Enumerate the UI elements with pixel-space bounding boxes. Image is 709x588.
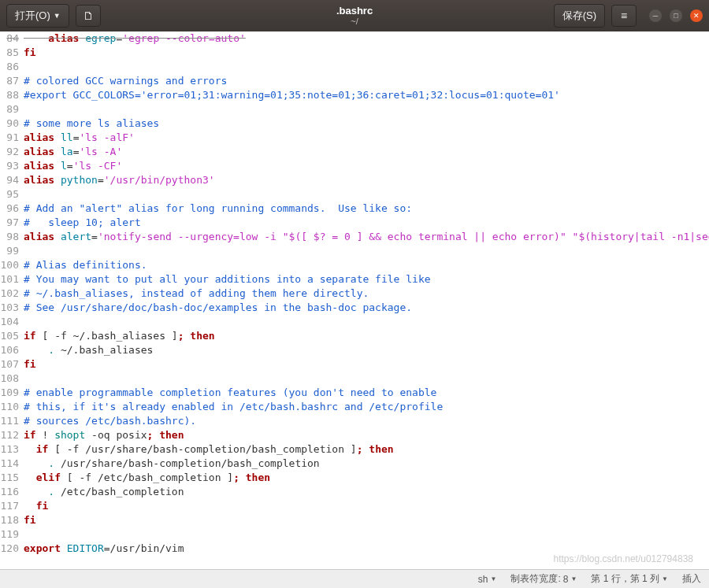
open-label: 打开(O): [15, 9, 50, 23]
maximize-button[interactable]: □: [670, 9, 682, 22]
code-content[interactable]: fi: [24, 357, 709, 372]
close-button[interactable]: ✕: [690, 9, 703, 22]
code-line[interactable]: 102# ~/.bash_aliases, instead of adding …: [0, 287, 709, 301]
code-line[interactable]: 111# sources /etc/bash.bashrc).: [0, 414, 709, 428]
code-content[interactable]: alias egrep='egrep --color=auto': [24, 31, 709, 46]
insert-mode[interactable]: 插入: [682, 572, 701, 586]
code-content[interactable]: [24, 102, 709, 116]
code-content[interactable]: alias l='ls -CF': [24, 159, 709, 173]
save-button[interactable]: 保存(S): [554, 4, 605, 28]
code-line[interactable]: 107fi: [0, 357, 709, 372]
code-line[interactable]: 120export EDITOR=/usr/bin/vim: [0, 542, 709, 556]
line-number: 93: [0, 159, 24, 173]
code-content[interactable]: [24, 315, 709, 329]
token-cm: # Alias definitions.: [24, 259, 147, 271]
code-content[interactable]: . ~/.bash_aliases: [24, 343, 709, 357]
code-content[interactable]: . /etc/bash_completion: [24, 485, 709, 499]
code-content[interactable]: # See /usr/share/doc/bash-doc/examples i…: [24, 301, 709, 315]
code-line[interactable]: 86: [0, 60, 709, 74]
code-line[interactable]: 110# this, if it's already enabled in /e…: [0, 400, 709, 414]
token-cm: #export GCC_COLORS='error=01;31:warning=…: [24, 89, 560, 101]
token-kw: alias: [24, 231, 54, 242]
code-content[interactable]: alias python='/usr/bin/python3': [24, 173, 709, 187]
code-content[interactable]: # You may want to put all your additions…: [24, 272, 709, 287]
code-content[interactable]: # colored GCC warnings and errors: [24, 74, 709, 88]
language-selector[interactable]: sh ▼: [478, 574, 497, 585]
code-line[interactable]: 116 . /etc/bash_completion: [0, 485, 709, 499]
line-number: 88: [0, 88, 24, 102]
code-content[interactable]: if [ -f ~/.bash_aliases ]; then: [24, 329, 709, 343]
token-txt: =: [98, 174, 104, 186]
code-line[interactable]: 96# Add an "alert" alias for long runnin…: [0, 202, 709, 216]
line-number: 118: [0, 513, 24, 527]
token-str: 'notify-send --urgency=low -i "$([ $? = …: [98, 231, 709, 242]
code-content[interactable]: [24, 372, 709, 386]
token-txt: [54, 146, 61, 157]
code-content[interactable]: # sources /etc/bash.bashrc).: [24, 414, 709, 428]
code-line[interactable]: 100# Alias definitions.: [0, 258, 709, 272]
code-line[interactable]: 85fi: [0, 46, 709, 60]
code-line[interactable]: 94alias python='/usr/bin/python3': [0, 173, 709, 187]
code-content[interactable]: # enable programmable completion feature…: [24, 386, 709, 400]
code-line[interactable]: 118fi: [0, 513, 709, 527]
code-line[interactable]: 88#export GCC_COLORS='error=01;31:warnin…: [0, 88, 709, 102]
code-content[interactable]: [24, 527, 709, 542]
code-line[interactable]: 112if ! shopt -oq posix; then: [0, 428, 709, 442]
tab-width-selector[interactable]: 制表符宽度: 8 ▼: [510, 572, 577, 586]
code-content[interactable]: [24, 60, 709, 74]
code-line[interactable]: 99: [0, 244, 709, 258]
code-line[interactable]: 90# some more ls aliases: [0, 116, 709, 131]
line-number: 98: [0, 230, 24, 244]
code-content[interactable]: alias ll='ls -alF': [24, 131, 709, 145]
line-number: 108: [0, 372, 24, 386]
code-line[interactable]: 117 fi: [0, 499, 709, 513]
code-line[interactable]: 98alias alert='notify-send --urgency=low…: [0, 230, 709, 244]
code-line[interactable]: 115 elif [ -f /etc/bash_completion ]; th…: [0, 471, 709, 485]
code-line[interactable]: 84 alias egrep='egrep --color=auto': [0, 31, 709, 46]
code-line[interactable]: 93alias l='ls -CF': [0, 159, 709, 173]
new-document-button[interactable]: 🗋: [76, 5, 101, 27]
cursor-position[interactable]: 第 1 行，第 1 列 ▼: [591, 572, 668, 586]
code-content[interactable]: [24, 244, 709, 258]
code-content[interactable]: if [ -f /usr/share/bash-completion/bash_…: [24, 442, 709, 457]
code-line[interactable]: 95: [0, 187, 709, 202]
code-content[interactable]: elif [ -f /etc/bash_completion ]; then: [24, 471, 709, 485]
code-line[interactable]: 113 if [ -f /usr/share/bash-completion/b…: [0, 442, 709, 457]
code-content[interactable]: export EDITOR=/usr/bin/vim: [24, 542, 709, 556]
menu-button[interactable]: ≡: [611, 5, 637, 27]
code-content[interactable]: fi: [24, 513, 709, 527]
code-line[interactable]: 91alias ll='ls -alF': [0, 131, 709, 145]
code-content[interactable]: alias la='ls -A': [24, 145, 709, 159]
code-content[interactable]: #export GCC_COLORS='error=01;31:warning=…: [24, 88, 709, 102]
code-line[interactable]: 87# colored GCC warnings and errors: [0, 74, 709, 88]
code-content[interactable]: fi: [24, 499, 709, 513]
code-line[interactable]: 97# sleep 10; alert: [0, 216, 709, 230]
code-line[interactable]: 101# You may want to put all your additi…: [0, 272, 709, 287]
code-content[interactable]: . /usr/share/bash-completion/bash_comple…: [24, 457, 709, 471]
code-content[interactable]: # Add an "alert" alias for long running …: [24, 202, 709, 216]
token-str: 'ls -alF': [79, 131, 134, 143]
code-content[interactable]: # some more ls aliases: [24, 116, 709, 131]
editor-area[interactable]: 84 alias egrep='egrep --color=auto'85fi8…: [0, 31, 709, 569]
code-line[interactable]: 105if [ -f ~/.bash_aliases ]; then: [0, 329, 709, 343]
code-line[interactable]: 92alias la='ls -A': [0, 145, 709, 159]
token-kw: ; then: [357, 443, 394, 455]
minimize-button[interactable]: ─: [649, 9, 662, 22]
code-content[interactable]: fi: [24, 46, 709, 60]
code-line[interactable]: 109# enable programmable completion feat…: [0, 386, 709, 400]
open-button[interactable]: 打开(O) ▼: [6, 4, 69, 28]
code-content[interactable]: # Alias definitions.: [24, 258, 709, 272]
code-content[interactable]: if ! shopt -oq posix; then: [24, 428, 709, 442]
code-line[interactable]: 108: [0, 372, 709, 386]
code-content[interactable]: # sleep 10; alert: [24, 216, 709, 230]
code-line[interactable]: 119: [0, 527, 709, 542]
code-line[interactable]: 106 . ~/.bash_aliases: [0, 343, 709, 357]
code-content[interactable]: # this, if it's already enabled in /etc/…: [24, 400, 709, 414]
code-line[interactable]: 104: [0, 315, 709, 329]
code-content[interactable]: [24, 187, 709, 202]
code-line[interactable]: 114 . /usr/share/bash-completion/bash_co…: [0, 457, 709, 471]
code-line[interactable]: 103# See /usr/share/doc/bash-doc/example…: [0, 301, 709, 315]
code-line[interactable]: 89: [0, 102, 709, 116]
code-content[interactable]: # ~/.bash_aliases, instead of adding the…: [24, 287, 709, 301]
code-content[interactable]: alias alert='notify-send --urgency=low -…: [24, 230, 709, 244]
